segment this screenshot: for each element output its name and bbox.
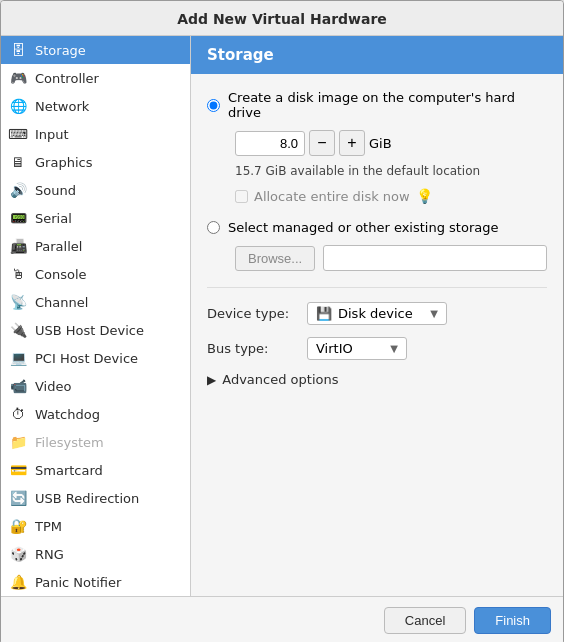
advanced-options-row[interactable]: ▶ Advanced options [207, 372, 547, 387]
filesystem-icon: 📁 [9, 433, 27, 451]
finish-button[interactable]: Finish [474, 607, 551, 634]
bus-type-dropdown[interactable]: VirtIO ▼ [307, 337, 407, 360]
advanced-label: Advanced options [222, 372, 338, 387]
sidebar-label-parallel: Parallel [35, 239, 82, 254]
device-type-row: Device type: 💾 Disk device ▼ [207, 302, 547, 325]
controller-icon: 🎮 [9, 69, 27, 87]
input-icon: ⌨ [9, 125, 27, 143]
select-storage-label: Select managed or other existing storage [228, 220, 498, 235]
sidebar-item-video[interactable]: 📹Video [1, 372, 190, 400]
smartcard-icon: 💳 [9, 461, 27, 479]
sidebar-label-console: Console [35, 267, 87, 282]
device-type-dropdown[interactable]: 💾 Disk device ▼ [307, 302, 447, 325]
sidebar-item-usb-redirection[interactable]: 🔄USB Redirection [1, 484, 190, 512]
sidebar-label-rng: RNG [35, 547, 64, 562]
dialog-body: 🗄Storage🎮Controller🌐Network⌨Input🖥Graphi… [1, 36, 563, 596]
pci-host-device-icon: 💻 [9, 349, 27, 367]
disk-size-row: − + GiB [235, 130, 547, 156]
sidebar-item-tpm[interactable]: 🔐TPM [1, 512, 190, 540]
separator [207, 287, 547, 288]
bus-type-value: VirtIO [316, 341, 353, 356]
bus-type-label: Bus type: [207, 341, 297, 356]
channel-icon: 📡 [9, 293, 27, 311]
sidebar-label-network: Network [35, 99, 89, 114]
sidebar-label-tpm: TPM [35, 519, 62, 534]
sidebar-item-parallel[interactable]: 📠Parallel [1, 232, 190, 260]
form-area: Create a disk image on the computer's ha… [191, 74, 563, 596]
sidebar-item-rng[interactable]: 🎲RNG [1, 540, 190, 568]
device-type-value: Disk device [338, 306, 413, 321]
sidebar-label-controller: Controller [35, 71, 99, 86]
size-unit: GiB [369, 136, 392, 151]
dialog: Add New Virtual Hardware 🗄Storage🎮Contro… [0, 0, 564, 642]
increase-button[interactable]: + [339, 130, 365, 156]
sidebar-item-watchdog[interactable]: ⏱Watchdog [1, 400, 190, 428]
section-header: Storage [191, 36, 563, 74]
storage-path-input[interactable] [323, 245, 547, 271]
sidebar-item-pci-host-device[interactable]: 💻PCI Host Device [1, 344, 190, 372]
disk-device-icon: 💾 [316, 306, 332, 321]
sidebar-item-panic-notifier[interactable]: 🔔Panic Notifier [1, 568, 190, 596]
sidebar-item-controller[interactable]: 🎮Controller [1, 64, 190, 92]
sidebar-item-smartcard[interactable]: 💳Smartcard [1, 456, 190, 484]
device-type-label: Device type: [207, 306, 297, 321]
sidebar-label-serial: Serial [35, 211, 72, 226]
sidebar-label-panic-notifier: Panic Notifier [35, 575, 121, 590]
dialog-footer: Cancel Finish [1, 596, 563, 642]
device-type-arrow: ▼ [430, 308, 438, 319]
sidebar-label-usb-redirection: USB Redirection [35, 491, 139, 506]
sidebar-label-graphics: Graphics [35, 155, 92, 170]
video-icon: 📹 [9, 377, 27, 395]
sidebar-label-smartcard: Smartcard [35, 463, 103, 478]
tpm-icon: 🔐 [9, 517, 27, 535]
available-text: 15.7 GiB available in the default locati… [235, 164, 547, 178]
allocate-label: Allocate entire disk now [254, 189, 410, 204]
dialog-title: Add New Virtual Hardware [1, 1, 563, 36]
disk-size-input[interactable] [235, 131, 305, 156]
graphics-icon: 🖥 [9, 153, 27, 171]
sidebar-item-console[interactable]: 🖱Console [1, 260, 190, 288]
decrease-button[interactable]: − [309, 130, 335, 156]
cancel-button[interactable]: Cancel [384, 607, 466, 634]
sidebar-item-graphics[interactable]: 🖥Graphics [1, 148, 190, 176]
sidebar-label-filesystem: Filesystem [35, 435, 104, 450]
select-storage-row: Select managed or other existing storage [207, 220, 547, 235]
create-disk-radio[interactable] [207, 99, 220, 112]
sidebar-label-watchdog: Watchdog [35, 407, 100, 422]
sidebar-item-usb-host-device[interactable]: 🔌USB Host Device [1, 316, 190, 344]
sidebar-item-serial[interactable]: 📟Serial [1, 204, 190, 232]
sidebar-label-sound: Sound [35, 183, 76, 198]
select-storage-radio[interactable] [207, 221, 220, 234]
sidebar: 🗄Storage🎮Controller🌐Network⌨Input🖥Graphi… [1, 36, 191, 596]
sidebar-item-sound[interactable]: 🔊Sound [1, 176, 190, 204]
panic-notifier-icon: 🔔 [9, 573, 27, 591]
bus-type-arrow: ▼ [390, 343, 398, 354]
browse-button[interactable]: Browse... [235, 246, 315, 271]
sidebar-label-input: Input [35, 127, 69, 142]
browse-row: Browse... [235, 245, 547, 271]
create-disk-row: Create a disk image on the computer's ha… [207, 90, 547, 120]
usb-redirection-icon: 🔄 [9, 489, 27, 507]
main-content: Storage Create a disk image on the compu… [191, 36, 563, 596]
serial-icon: 📟 [9, 209, 27, 227]
sidebar-item-network[interactable]: 🌐Network [1, 92, 190, 120]
sidebar-label-video: Video [35, 379, 71, 394]
create-disk-label: Create a disk image on the computer's ha… [228, 90, 547, 120]
advanced-arrow-icon: ▶ [207, 373, 216, 387]
sound-icon: 🔊 [9, 181, 27, 199]
usb-host-device-icon: 🔌 [9, 321, 27, 339]
watchdog-icon: ⏱ [9, 405, 27, 423]
storage-icon: 🗄 [9, 41, 27, 59]
allocate-checkbox[interactable] [235, 190, 248, 203]
info-icon: 💡 [416, 188, 433, 204]
sidebar-item-input[interactable]: ⌨Input [1, 120, 190, 148]
sidebar-item-channel[interactable]: 📡Channel [1, 288, 190, 316]
sidebar-item-storage[interactable]: 🗄Storage [1, 36, 190, 64]
allocate-row: Allocate entire disk now 💡 [235, 188, 547, 204]
sidebar-label-storage: Storage [35, 43, 86, 58]
network-icon: 🌐 [9, 97, 27, 115]
sidebar-label-channel: Channel [35, 295, 88, 310]
bus-type-row: Bus type: VirtIO ▼ [207, 337, 547, 360]
console-icon: 🖱 [9, 265, 27, 283]
sidebar-label-usb-host-device: USB Host Device [35, 323, 144, 338]
